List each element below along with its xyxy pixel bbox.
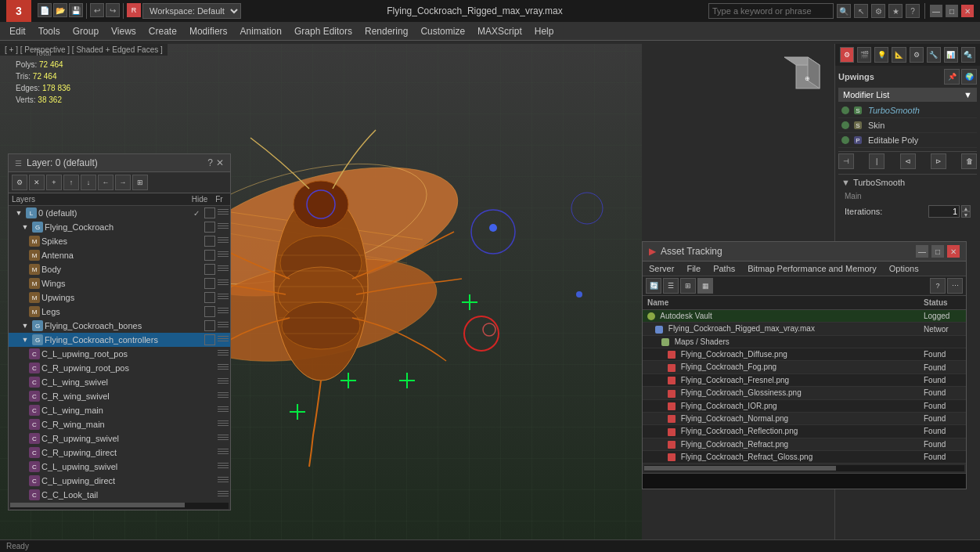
move-down-btn[interactable]: ⊲	[900, 153, 916, 169]
layer-freeze-upwings[interactable]	[202, 292, 218, 303]
asset-row-diffuse[interactable]: Flying_Cockroach_Diffuse.png Found	[643, 348, 966, 361]
redo-btn[interactable]: ↪	[106, 3, 120, 17]
undo-btn[interactable]: ↩	[90, 3, 104, 17]
layer-freeze-legs[interactable]	[202, 306, 218, 317]
layer-item-cl-upwing-root[interactable]: C C_L_upwing_root_pos	[9, 347, 230, 361]
modifier-editable-poly[interactable]: P Editable Poly	[838, 133, 977, 148]
iterations-input[interactable]	[928, 205, 960, 218]
asset-menu-file[interactable]: File	[680, 262, 707, 276]
modifier-turbsmooth[interactable]: S TurboSmooth	[838, 103, 977, 118]
layer-item-cr-upwing-root[interactable]: C C_R_upwing_root_pos	[9, 361, 230, 375]
panel-icon-1[interactable]: ⚙	[840, 47, 854, 63]
layer-close-btn[interactable]: ✕	[216, 157, 224, 168]
menu-create[interactable]: Create	[142, 24, 183, 38]
nav-cube[interactable]: ⊕	[784, 53, 831, 100]
layer-freeze-body[interactable]	[202, 264, 218, 275]
asset-row-refract[interactable]: Flying_Cockroach_Refract.png Found	[643, 438, 966, 450]
asset-row-reflection[interactable]: Flying_Cockroach_Reflection.png Found	[643, 425, 966, 438]
layer-item-controllers[interactable]: ▼ G Flying_Cockroach_controllers	[9, 333, 230, 347]
asset-row-fog[interactable]: Flying_Cockroach_Fog.png Found	[643, 361, 966, 373]
maximize-btn[interactable]: □	[946, 5, 958, 17]
layer-tool-4[interactable]: ↓	[81, 175, 96, 190]
menu-modifiers[interactable]: Modifiers	[183, 24, 234, 38]
search-input[interactable]	[708, 3, 834, 19]
layer-tool-1[interactable]: ⚙	[12, 175, 27, 190]
asset-row-main-file[interactable]: Flying_Cockroach_Rigged_max_vray.max Net…	[643, 323, 966, 335]
menu-edit[interactable]: Edit	[3, 24, 32, 38]
layer-freeze-1[interactable]	[202, 222, 218, 233]
layer-item-legs[interactable]: M Legs	[9, 305, 230, 319]
save-btn[interactable]: 💾	[69, 3, 83, 17]
layer-freeze-spikes[interactable]	[202, 236, 218, 247]
close-btn[interactable]: ✕	[961, 5, 974, 17]
move-up2-btn[interactable]: ⊳	[931, 153, 946, 169]
layer-item-cl-upwing-swivel[interactable]: C C_L_upwing_swivel	[9, 460, 230, 474]
layer-item-spikes[interactable]: M Spikes	[9, 234, 230, 248]
layer-help-btn[interactable]: ?	[207, 157, 213, 168]
layer-item-cl-wing-main[interactable]: C C_L_wing_main	[9, 403, 230, 417]
asset-btn-more[interactable]: ⋯	[947, 278, 963, 294]
layer-item-cl-wing-swivel[interactable]: C C_L_wing_swivel	[9, 375, 230, 389]
menu-tools[interactable]: Tools	[32, 24, 67, 38]
layer-scrollbar[interactable]	[10, 503, 229, 509]
asset-row-ior[interactable]: Flying_Cockroach_IOR.png Found	[643, 399, 966, 412]
layer-item-0default[interactable]: ▼ L 0 (default) ✓	[9, 206, 230, 220]
layer-tool-delete[interactable]: ✕	[29, 175, 45, 190]
asset-row-glossiness[interactable]: Flying_Cockroach_Glossiness.png Found	[643, 387, 966, 399]
asset-minimize-btn[interactable]: —	[916, 245, 928, 258]
asset-close-btn[interactable]: ✕	[947, 245, 960, 258]
menu-graph-editors[interactable]: Graph Editors	[288, 24, 358, 38]
menu-customize[interactable]: Customize	[414, 24, 471, 38]
layer-tool-5[interactable]: ←	[98, 175, 113, 190]
layer-scrollbar-thumb[interactable]	[10, 503, 185, 507]
collapse-arrow[interactable]: ▼	[841, 178, 850, 187]
layer-item-cc-look-tail[interactable]: C C_C_Look_tail	[9, 488, 230, 502]
settings-btn[interactable]: ⚙	[871, 4, 885, 18]
panel-icon-3[interactable]: 💡	[874, 47, 888, 63]
layer-item-antenna[interactable]: M Antenna	[9, 248, 230, 262]
help-btn[interactable]: ?	[906, 4, 920, 18]
asset-btn-help[interactable]: ?	[930, 278, 946, 294]
menu-maxscript[interactable]: MAXScript	[471, 24, 528, 38]
layer-tool-7[interactable]: ⊞	[132, 175, 148, 190]
pin-modifier-btn[interactable]: ⊣	[838, 153, 854, 169]
asset-menu-server[interactable]: Server	[643, 262, 680, 276]
asset-row-fresnel[interactable]: Flying_Cockroach_Fresnel.png Found	[643, 373, 966, 386]
asset-menu-paths[interactable]: Paths	[707, 262, 741, 276]
layer-item-wings[interactable]: M Wings	[9, 276, 230, 290]
layer-tool-add[interactable]: +	[46, 175, 62, 190]
menu-rendering[interactable]: Rendering	[358, 24, 414, 38]
menu-animation[interactable]: Animation	[234, 24, 288, 38]
menu-views[interactable]: Views	[105, 24, 142, 38]
cursor-btn[interactable]: ↖	[854, 4, 868, 18]
modifier-skin[interactable]: S Skin	[838, 118, 977, 133]
asset-menu-bitmap[interactable]: Bitmap Performance and Memory	[741, 262, 882, 276]
panel-icon-4[interactable]: 📐	[892, 47, 906, 63]
asset-maximize-btn[interactable]: □	[931, 245, 944, 258]
layer-item-body[interactable]: M Body	[9, 262, 230, 276]
layer-item-cr-wing-main[interactable]: C C_R_wing_main	[9, 417, 230, 431]
layer-item-upwings[interactable]: M Upwings	[9, 290, 230, 305]
asset-row-refract-gloss[interactable]: Flying_Cockroach_Refract_Gloss.png Found	[643, 450, 966, 463]
asset-path-input[interactable]	[643, 474, 966, 489]
panel-icon-8[interactable]: 🔩	[961, 47, 975, 63]
modifier-list-header[interactable]: Modifier List ▼	[838, 88, 977, 102]
panel-icon-2[interactable]: 🎬	[857, 47, 871, 63]
asset-scroll-thumb[interactable]	[644, 466, 836, 471]
layer-item-bones[interactable]: ▼ G Flying_Cockroach_bones	[9, 319, 230, 333]
layer-freeze-wings[interactable]	[202, 278, 218, 289]
env-btn[interactable]: 🌍	[961, 69, 977, 85]
panel-icon-7[interactable]: 📊	[944, 47, 958, 63]
search-btn[interactable]: 🔍	[837, 4, 851, 18]
menu-group[interactable]: Group	[67, 24, 105, 38]
layer-freeze-bones[interactable]	[202, 320, 218, 331]
panel-icon-6[interactable]: 🔧	[927, 47, 941, 63]
asset-btn-table[interactable]: ▦	[697, 278, 713, 294]
layer-freeze-ctrl[interactable]	[202, 334, 218, 345]
iterations-up[interactable]: ▲	[961, 205, 971, 211]
layer-freeze-antenna[interactable]	[202, 250, 218, 261]
layer-item-cl-upwing-direct[interactable]: C C_L_upwing_direct	[9, 474, 230, 488]
asset-btn-refresh[interactable]: 🔄	[646, 278, 661, 294]
menu-help[interactable]: Help	[528, 24, 560, 38]
iterations-down[interactable]: ▼	[961, 211, 971, 218]
